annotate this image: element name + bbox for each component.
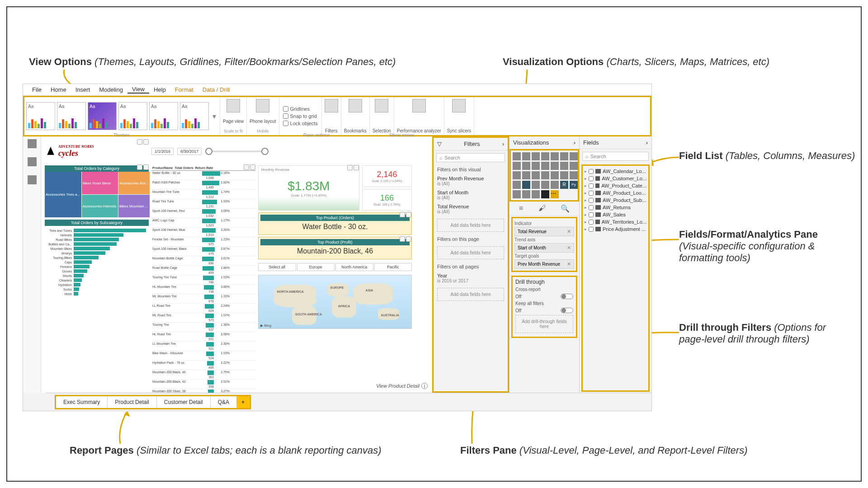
top-product-orders[interactable]: Top Product (Orders) Water Bottle - 30 o…	[258, 212, 412, 235]
bar-row[interactable]: Road Bikes	[47, 238, 147, 241]
themes-dropdown[interactable]: ▾	[211, 112, 218, 121]
viz-slicer-icon[interactable]	[532, 181, 540, 189]
field-table-item[interactable]: ▸AW_Product_Cate...	[584, 182, 647, 189]
data-view-icon[interactable]	[28, 157, 37, 166]
viz-clustered-column-icon[interactable]	[541, 152, 549, 160]
map-visual[interactable]: NORTH AMERICA SOUTH AMERICA EUROPE AFRIC…	[258, 275, 412, 329]
cross-report-toggle[interactable]	[561, 294, 573, 299]
bar-row[interactable]: Tires and Tubes	[47, 229, 147, 232]
menu-home[interactable]: Home	[46, 86, 71, 93]
ribbon-performance[interactable]: Performance analyzer	[394, 97, 444, 135]
page-tab-qna[interactable]: Q&A	[211, 396, 237, 408]
visual-icon[interactable]	[400, 212, 405, 217]
table-row[interactable]: ML Mountain Tire 6781.33%	[151, 294, 255, 304]
collapse-icon[interactable]: ›	[502, 141, 504, 147]
format-tab-icon[interactable]: 🖌	[538, 204, 546, 213]
viz-scatter-icon[interactable]	[570, 162, 578, 170]
table-row[interactable]: Patch Kit/8 Patches 1,4851.82%	[151, 180, 255, 190]
report-canvas[interactable]: ADVENTURE WORKS cycles 1/1/2016 6/30/201…	[41, 136, 432, 393]
bar-row[interactable]: Socks	[47, 287, 147, 291]
viz-filled-map-icon[interactable]	[551, 171, 559, 179]
table-row[interactable]: Fender Set - Mountain 9751.23%	[151, 237, 255, 247]
date-end[interactable]: 6/30/2017	[177, 148, 202, 155]
well-target-value[interactable]: Prev Month Revenue✕	[514, 259, 574, 269]
field-table-item[interactable]: ▸AW_Product_Loo...	[584, 189, 647, 197]
bar-row[interactable]: Caps	[47, 260, 147, 264]
filter-dropzone[interactable]: Add data fields here	[437, 246, 504, 259]
viz-python-icon[interactable]: Py	[570, 181, 578, 189]
bar-row[interactable]: Hydration	[47, 283, 147, 286]
viz-area-icon[interactable]	[513, 162, 521, 170]
page-tab-exec-summary[interactable]: Exec Summary	[56, 396, 108, 408]
theme-thumb-1[interactable]: Aa	[26, 102, 55, 130]
bar-row[interactable]: Mountain Bikes	[47, 247, 147, 250]
filter-dropzone[interactable]: Add data fields here	[437, 219, 504, 232]
slicer-na[interactable]: North America	[335, 263, 373, 271]
treemap-body[interactable]: Accessories Tires a... Bikes Road Bikes …	[45, 172, 149, 217]
view-product-detail-link[interactable]: View Product Detail i	[376, 383, 428, 389]
viz-qna-icon[interactable]	[532, 190, 540, 198]
menu-format[interactable]: Format	[170, 86, 198, 93]
ribbon-bookmarks[interactable]: Bookmarks	[341, 97, 370, 135]
visual-icon[interactable]	[250, 164, 255, 170]
theme-thumb-4[interactable]: Aa	[118, 102, 147, 130]
treemap-and-bars[interactable]: Total Orders by Category Accessories Tir…	[45, 165, 149, 393]
viz-100-bar-icon[interactable]	[551, 152, 559, 160]
fields-search[interactable]: Search	[582, 152, 649, 161]
slicer-pacific[interactable]: Pacific	[374, 263, 412, 271]
page-tab-customer-detail[interactable]: Customer Detail	[157, 396, 211, 408]
field-table-item[interactable]: ▸AW_Customer_Lo...	[584, 175, 647, 182]
viz-line-icon[interactable]	[570, 152, 578, 160]
table-row[interactable]: Mountain Tire Tube 1,3121.74%	[151, 190, 255, 199]
barchart-body[interactable]: Tires and TubesHelmetsRoad BikesBottles …	[45, 226, 149, 321]
bar-row[interactable]: Jerseys	[47, 251, 147, 255]
table-row[interactable]: Bike Wash - Dissolver 5241.53%	[151, 351, 255, 361]
viz-ribbon-icon[interactable]	[541, 162, 549, 170]
viz-import-icon[interactable]: ⋯	[551, 190, 559, 198]
viz-clustered-bar-icon[interactable]	[532, 152, 540, 160]
table-row[interactable]: Sport-100 Helmet, Red 1,0323.00%	[151, 209, 255, 218]
lock-objects-checkbox[interactable]: Lock objects	[283, 121, 318, 126]
table-row[interactable]: Sport-100 Helmet, Black 9752.87%	[151, 247, 255, 256]
treemap-cell[interactable]: Accessories Tires a...	[45, 172, 81, 217]
field-table-item[interactable]: ▸AW_Product_Sub...	[584, 197, 647, 204]
viz-card-icon[interactable]	[570, 171, 578, 179]
drillthrough-dropzone[interactable]: Add drill-through fields here	[515, 315, 573, 333]
viz-table-icon[interactable]	[541, 181, 549, 189]
ribbon-phone-layout[interactable]: Phone layoutMobile	[247, 97, 279, 135]
viz-multi-card-icon[interactable]	[513, 181, 521, 189]
field-table-item[interactable]: ▸AW_Sales	[584, 211, 647, 218]
viz-gauge-icon[interactable]	[560, 171, 568, 179]
viz-donut-icon[interactable]	[522, 171, 530, 179]
theme-thumb-2[interactable]: Aa	[57, 102, 86, 130]
table-row[interactable]: Mountain Bottle Cage 8962.01%	[151, 256, 255, 266]
analytics-tab-icon[interactable]: 🔍	[561, 204, 570, 213]
table-row[interactable]: Road Tire Tube 1,1911.93%	[151, 199, 255, 209]
menu-view[interactable]: View	[127, 86, 149, 94]
filter-dropzone[interactable]: Add data fields here	[437, 288, 504, 301]
well-indicator-value[interactable]: Total Revenue✕	[514, 227, 574, 236]
date-start[interactable]: 1/1/2016	[151, 148, 174, 155]
table-row[interactable]: Touring Tire Tube 7861.53%	[151, 275, 255, 285]
viz-r-icon[interactable]: R	[560, 181, 568, 189]
treemap-cell[interactable]: Accessories Bot...	[118, 172, 150, 194]
product-table[interactable]: ProductNameTotal OrdersReturn Rate Water…	[151, 165, 255, 393]
filter-card[interactable]: Yearis 2016 or 2017	[434, 271, 508, 285]
visual-focus-icon[interactable]	[143, 139, 149, 145]
table-row[interactable]: Sport-100 Helmet, Blue 1,0133.26%	[151, 228, 255, 237]
viz-stacked-bar-icon[interactable]	[513, 152, 521, 160]
filter-card[interactable]: Start of Monthis (All)	[434, 188, 508, 202]
slicer-all[interactable]: Select all	[258, 263, 296, 271]
table-row[interactable]: Mountain-200 Black, 46 3632.75%	[151, 370, 255, 380]
viz-key-influencers-icon[interactable]	[513, 190, 521, 198]
kpi-returns[interactable]: 166 Goal: 169 (-1.78%)	[362, 189, 412, 211]
table-row[interactable]: AWC Logo Cap 1,0231.17%	[151, 218, 255, 228]
date-slicer[interactable]: 1/1/2016 6/30/2017	[151, 140, 412, 163]
viz-custom-icon[interactable]	[541, 190, 549, 198]
kpi-orders[interactable]: 2,146 Goal: 2,125 (+1.04%)	[362, 165, 412, 187]
bar-row[interactable]: Cleaners	[47, 278, 147, 282]
menu-help[interactable]: Help	[149, 86, 170, 93]
viz-stacked-area-icon[interactable]	[522, 162, 530, 170]
treemap-cell[interactable]: Bikes Mountain ...	[118, 195, 150, 217]
bar-row[interactable]: Shorts	[47, 274, 147, 277]
